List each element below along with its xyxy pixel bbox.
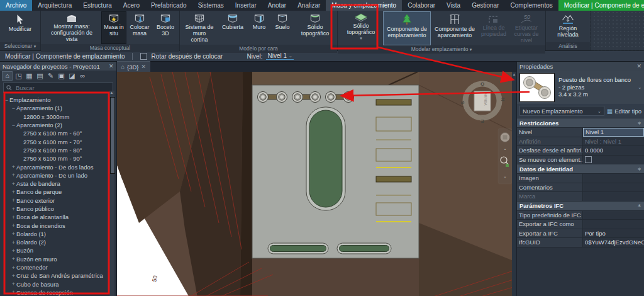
tree-item-2750-x-6100-mm-80-[interactable]: 2750 x 6100 mm - 80°: [0, 146, 116, 154]
property-value[interactable]: [583, 183, 644, 192]
views-icon[interactable]: ▦: [25, 71, 34, 81]
group-label-mass[interactable]: Masa conceptual: [41, 44, 179, 52]
browser-search-box[interactable]: [3, 83, 113, 93]
property-checkbox[interactable]: [585, 156, 592, 163]
compass-west[interactable]: O: [480, 81, 484, 87]
sheets-icon[interactable]: ✎: [46, 71, 55, 81]
expand-icon[interactable]: +: [11, 281, 16, 287]
tree-item-cubo-de-basura[interactable]: +Cubo de basura: [0, 280, 116, 288]
chevron-down-icon[interactable]: ⌄: [503, 147, 506, 151]
instance-filter-select[interactable]: Nuevo Emplazamiento⌄: [519, 106, 604, 116]
tab-colaborar[interactable]: Colaborar: [402, 0, 441, 11]
property-value[interactable]: 0.0000: [583, 146, 644, 155]
group-label-analysis[interactable]: Análisis: [546, 42, 590, 50]
tree-item-contenedor[interactable]: +Contenedor: [0, 263, 116, 271]
tree-item-emplazamiento[interactable]: −Emplazamiento: [0, 96, 116, 104]
tab-vista[interactable]: Vista: [441, 0, 466, 11]
groups-icon[interactable]: ◪: [67, 71, 77, 81]
tree-item-boca-de-alcantarilla[interactable]: +Boca de alcantarilla: [0, 213, 116, 221]
collapse-icon[interactable]: −: [4, 97, 9, 103]
compass-north[interactable]: N: [500, 98, 506, 101]
planter-circle[interactable]: [309, 92, 320, 103]
tree-item-buz-n[interactable]: +Buzón: [0, 246, 116, 254]
rotate-after-place-checkbox[interactable]: [140, 53, 147, 60]
tree-item-cuenca-de-recepci-n[interactable]: +Cuenca de recepción: [0, 288, 116, 296]
toposolid-by-face-button[interactable]: Sólido topográfico: [294, 11, 336, 45]
planter-circle[interactable]: [276, 92, 287, 103]
planter-circle[interactable]: [343, 92, 353, 103]
roof-by-face-button[interactable]: Cubierta: [218, 11, 248, 45]
expand-icon[interactable]: +: [11, 181, 16, 187]
tab-modificar-componente-de-emplazamiento[interactable]: Modificar | Componente de emplazamiento: [558, 0, 644, 11]
type-selector[interactable]: Puesto de flores con banco - 2 piezas 3.…: [517, 71, 644, 104]
tree-item-2750-x-6100-mm-70-[interactable]: 2750 x 6100 mm - 70°: [0, 137, 116, 145]
expand-icon[interactable]: +: [11, 248, 16, 254]
modify-button[interactable]: Modificar: [1, 11, 39, 42]
close-icon[interactable]: ✕: [141, 64, 146, 70]
expand-icon[interactable]: +: [11, 231, 16, 237]
expand-icon[interactable]: +: [11, 189, 16, 195]
property-line-button[interactable]: Línea de propiedad: [479, 11, 509, 45]
wall-by-face-button[interactable]: Muro: [248, 11, 270, 45]
property-value[interactable]: [583, 156, 644, 164]
canvas-scrollbar[interactable]: ▲: [512, 72, 516, 296]
property-value[interactable]: Por tipo: [583, 229, 644, 238]
tree-item-aparcamiento-2-[interactable]: −Aparcamiento (2): [0, 121, 116, 129]
steering-wheel-icon[interactable]: [500, 133, 509, 142]
tree-item-aparcamiento-1-[interactable]: −Aparcamiento (1): [0, 104, 116, 112]
expand-icon[interactable]: +: [11, 256, 16, 262]
floor-by-face-button[interactable]: Suelo: [270, 11, 294, 45]
tree-item-banco-exterior[interactable]: +Banco exterior: [0, 196, 116, 205]
group-label-select[interactable]: Seleccionar ▾: [0, 42, 40, 50]
close-icon[interactable]: ✕: [636, 63, 641, 69]
properties-section-restricciones[interactable]: Restricciones∗: [517, 118, 644, 128]
schedules-icon[interactable]: ▤: [35, 71, 45, 81]
expand-icon[interactable]: +: [11, 214, 16, 220]
property-value[interactable]: [583, 220, 644, 229]
tab-analizar[interactable]: Analizar: [292, 0, 326, 11]
group-label-face[interactable]: Modelo por cara: [180, 45, 337, 53]
collapse-icon[interactable]: −: [11, 105, 16, 111]
tab-complementos[interactable]: Complementos: [505, 0, 558, 11]
browser-scrollbar[interactable]: ▲: [109, 91, 114, 296]
tab-gestionar[interactable]: Gestionar: [466, 0, 504, 11]
tree-item-12800-x-3000mm[interactable]: 12800 x 3000mm: [0, 113, 116, 121]
show-mass-button[interactable]: Mostrar masa: configuración de vista: [42, 11, 101, 44]
expand-icon[interactable]: +: [11, 273, 16, 279]
property-value[interactable]: [583, 174, 644, 183]
expand-icon[interactable]: +: [11, 239, 16, 246]
tab-sistemas[interactable]: Sistemas: [192, 0, 230, 11]
tree-item-2750-x-6100-mm-90-[interactable]: 2750 x 6100 mm - 90°: [0, 154, 116, 162]
navigation-bar[interactable]: ⌄ ⌄: [498, 128, 512, 184]
tab-archivo[interactable]: Archivo: [0, 0, 32, 11]
label-contours-button[interactable]: 50 Etiquetar curvas de nivel: [509, 11, 544, 45]
graded-region-button[interactable]: Región nivelada: [547, 11, 589, 42]
curtain-system-button[interactable]: Sistema de muro cortina: [181, 11, 218, 45]
properties-section-par-metros-ifc[interactable]: Parámetros IFC∗: [517, 202, 644, 211]
model-canvas[interactable]: 50: [117, 72, 516, 296]
level-select[interactable]: Nivel 1⌄: [266, 52, 293, 60]
collapse-icon[interactable]: −: [11, 122, 16, 128]
property-value[interactable]: [583, 211, 644, 220]
site-component-button[interactable]: Componente de emplazamiento: [383, 11, 431, 45]
place-mass-button[interactable]: Colocar masa: [126, 11, 153, 44]
property-value[interactable]: Nivel 1: [583, 128, 644, 137]
tree-item-boca-de-incendios[interactable]: +Boca de incendios: [0, 221, 116, 229]
tree-item-cruz-de-san-andr-s-param-trica[interactable]: +Cruz de San Andrés paramétrica: [0, 271, 116, 280]
tree-item-aparcamiento-de-un-lado[interactable]: +Aparcamiento - De un lado: [0, 171, 116, 179]
tree-item-asta-de-bandera[interactable]: +Asta de bandera: [0, 179, 116, 188]
compass-south[interactable]: S: [460, 101, 465, 105]
expand-icon[interactable]: +: [11, 222, 16, 229]
families-icon[interactable]: ▣: [57, 71, 66, 81]
tree-item-banco-p-blico[interactable]: +Banco público: [0, 205, 116, 213]
tree-item-aparcamiento-de-dos-lados[interactable]: +Aparcamiento - De dos lados: [0, 162, 116, 171]
view-tab-3d[interactable]: ⌂ {3D} ✕: [117, 61, 150, 72]
group-label-site[interactable]: Modelar emplazamiento ▾: [338, 45, 545, 54]
expand-icon[interactable]: +: [11, 172, 16, 178]
tab-anotar[interactable]: Anotar: [262, 0, 292, 11]
planter-circle[interactable]: [325, 92, 336, 103]
expand-selection-icon[interactable]: ◳: [14, 71, 23, 81]
expand-icon[interactable]: +: [11, 164, 16, 170]
toposolid-button[interactable]: Sólido topográfico ▾: [339, 11, 383, 45]
expand-icon[interactable]: +: [11, 289, 16, 295]
